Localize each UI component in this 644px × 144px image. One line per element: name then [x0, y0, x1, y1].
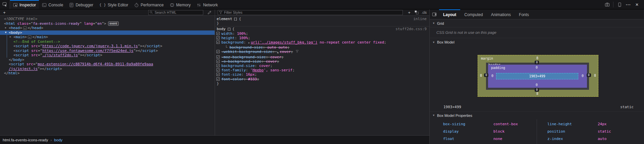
expand-arrow-icon[interactable]: ▶ [248, 42, 250, 44]
inline-ellipsis-button[interactable]: … [28, 35, 32, 39]
sidebar-tab-fonts[interactable]: Fonts [515, 9, 533, 19]
margin-bottom-value[interactable]: 8 [536, 92, 538, 95]
css-declaration[interactable]: ✓font-family: 'Heebo', sans-serif; [215, 68, 429, 72]
property-name[interactable]: font-family [221, 68, 246, 72]
tab-style-editor[interactable]: { }Style Editor [96, 0, 131, 9]
inline-ellipsis-button[interactable]: … [23, 26, 27, 30]
property-value[interactable]: static [598, 129, 611, 134]
property-name[interactable]: display [443, 129, 493, 134]
property-value[interactable]: auto auto [267, 45, 287, 50]
menu-button[interactable]: ⋯ [624, 0, 633, 9]
box-model-section-header[interactable]: ▼ Box Model [430, 38, 644, 46]
property-name[interactable]: z-index [547, 137, 598, 141]
property-value[interactable]: 100% [239, 36, 248, 40]
markup-line[interactable]: ▶<head>…</head> [0, 26, 215, 30]
selector-highlighter-icon[interactable] [234, 18, 237, 20]
property-value[interactable]: #333 [248, 77, 257, 81]
declaration-checkbox[interactable]: ✓ [216, 68, 220, 72]
css-declaration[interactable]: ✓-o-background-size: cover; [215, 59, 429, 64]
rule-source-link[interactable]: stuff2do.css:9 [395, 27, 427, 31]
declaration-checkbox[interactable]: ✓ [216, 36, 220, 40]
box-model-padding[interactable]: padding 0 0 0 0 1903×499 [488, 65, 587, 88]
property-name[interactable]: background [221, 40, 244, 45]
markup-line[interactable]: <script src="moz-extension://c887914b-d6… [0, 62, 215, 67]
property-name[interactable]: position [547, 129, 598, 134]
declaration-checkbox[interactable]: ✓ [216, 60, 220, 63]
box-model-properties-header[interactable]: ▼ Box Model Properties [430, 111, 644, 119]
breadcrumb-item-body[interactable]: body [54, 138, 62, 142]
property-value[interactable]: none [493, 137, 502, 141]
css-declaration[interactable]: ✓font-size: 16px; [215, 72, 429, 77]
rule-source-link[interactable]: inline [413, 17, 427, 21]
rule-selector[interactable]: element [217, 17, 232, 21]
pseudo-class-toggle-button[interactable] [413, 10, 420, 15]
css-declaration[interactable]: ✓-moz-background-size: cover; [215, 55, 429, 59]
markup-line[interactable]: ▶<main>…</main> [0, 35, 215, 40]
tab-memory[interactable]: Memory [167, 0, 194, 9]
screenshot-button[interactable] [603, 0, 611, 9]
tab-debugger[interactable]: Debugger [66, 0, 96, 9]
markup-line[interactable]: <!--End of Content--> [0, 40, 215, 44]
eyedropper-button[interactable] [205, 10, 213, 15]
tab-console[interactable]: Console [39, 0, 66, 9]
filter-styles-input[interactable] [218, 10, 403, 15]
border-left-value[interactable]: 0 [484, 73, 488, 77]
margin-right-value[interactable]: 8 [594, 74, 596, 77]
property-value[interactable]: block [493, 129, 504, 134]
grid-section-header[interactable]: ▼ Grid [430, 19, 644, 27]
markup-line[interactable]: </body> [0, 58, 215, 62]
markup-line[interactable]: <!DOCTYPE html> [0, 17, 215, 21]
overridden-filter-icon[interactable] [296, 50, 299, 54]
property-value[interactable]: 24px [598, 122, 607, 126]
property-value[interactable]: no-repeat center center fixed [317, 40, 384, 45]
css-declaration[interactable]: ✓background: ▶url('../images/stuff_bkg.j… [215, 40, 429, 45]
pick-element-button[interactable] [0, 0, 10, 9]
property-name[interactable]: background-size [221, 64, 255, 68]
css-declaration[interactable]: ✓width: 100%; [215, 31, 429, 36]
declaration-checkbox[interactable]: ✓ [216, 77, 220, 81]
property-name[interactable]: background-size [229, 45, 263, 50]
property-value[interactable]: content-box [493, 122, 518, 126]
property-value[interactable]: Heebo [253, 68, 264, 72]
property-name[interactable]: -o-background-size [221, 59, 261, 64]
css-declaration[interactable]: ✓font-color: #333; [215, 77, 429, 81]
css-declaration[interactable]: └ background-size: auto auto; [215, 45, 429, 50]
padding-right-value[interactable]: 0 [582, 74, 584, 78]
property-value[interactable]: cover [259, 64, 270, 68]
property-value[interactable]: 100% [237, 31, 246, 36]
expand-arrow-icon[interactable]: ▶ [277, 51, 279, 54]
event-badge[interactable]: event [108, 21, 119, 26]
expand-arrow-icon[interactable]: ▶ [10, 35, 11, 40]
markup-line[interactable]: ▼<body> [0, 30, 215, 35]
property-value[interactable]: ', sans-serif [264, 68, 292, 72]
markup-line[interactable]: <script src="https://use.fontawesome.com… [0, 49, 215, 53]
declaration-checkbox[interactable]: ✓ [216, 73, 220, 76]
collapse-arrow-icon[interactable]: ▼ [5, 30, 6, 35]
css-declaration[interactable]: ✓height: 100%; [215, 36, 429, 40]
declaration-checkbox[interactable]: ✓ [216, 32, 220, 35]
border-top-value[interactable]: 0 [535, 61, 539, 64]
markup-line[interactable]: </html> [0, 71, 215, 76]
tab-performance[interactable]: Performance [131, 0, 167, 9]
css-declaration[interactable]: ✓-webkit-background-size: ▶cover; [215, 50, 429, 55]
rule-selector[interactable]: body [217, 27, 226, 31]
property-value[interactable]: auto [598, 137, 607, 141]
padding-bottom-value[interactable]: 0 [536, 83, 538, 87]
selector-highlighter-icon[interactable] [228, 28, 230, 30]
box-model-border[interactable]: border padding 0 0 0 0 1903×499 [486, 63, 589, 90]
property-name[interactable]: width [221, 31, 232, 36]
add-rule-button[interactable]: + [406, 10, 413, 15]
property-name[interactable]: -webkit-background-size [221, 50, 272, 54]
property-name[interactable]: font-color [221, 77, 244, 81]
css-declaration[interactable]: ✓background-size: cover; [215, 64, 429, 68]
add-node-button[interactable]: + [0, 10, 9, 15]
property-name[interactable]: float [443, 137, 493, 141]
property-value[interactable]: cover [280, 50, 291, 54]
sidebar-tab-layout[interactable]: Layout [439, 9, 460, 19]
close-devtools-button[interactable]: ✕ [633, 0, 641, 9]
declaration-checkbox[interactable]: ✓ [216, 64, 220, 67]
markup-line[interactable]: <html class="fa-events-icons-ready" lang… [0, 21, 215, 26]
property-value[interactable]: cover [266, 59, 277, 64]
property-value[interactable]: cover [270, 55, 281, 59]
border-bottom-value[interactable]: 0 [535, 88, 539, 92]
